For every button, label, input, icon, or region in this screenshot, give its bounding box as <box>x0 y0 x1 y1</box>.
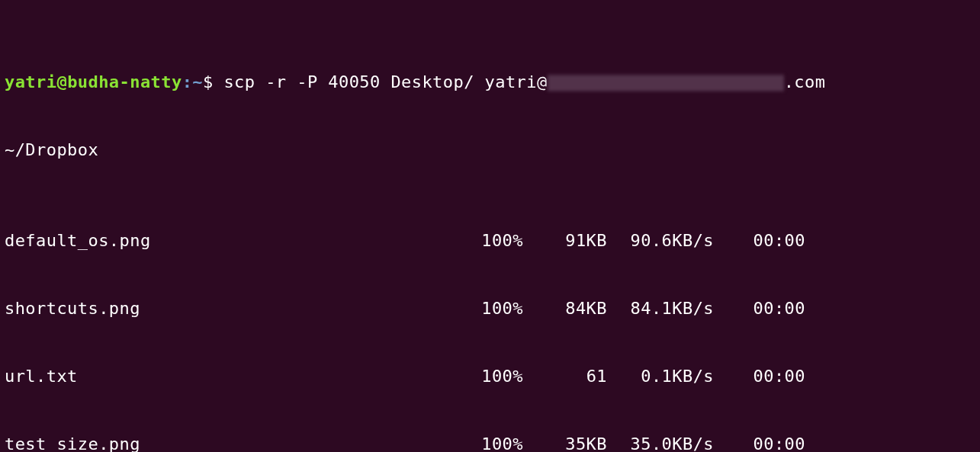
transfer-size: 35KB <box>523 433 607 452</box>
transfer-row: test size.png 100% 35KB 35.0KB/s 00:00 <box>5 433 975 452</box>
transfer-speed: 90.6KB/s <box>607 229 714 252</box>
transfer-filename: test size.png <box>5 433 462 452</box>
transfer-speed: 0.1KB/s <box>607 365 714 388</box>
transfer-filename: url.txt <box>5 365 462 388</box>
transfer-row: url.txt 100% 61 0.1KB/s 00:00 <box>5 365 975 388</box>
prompt-path: ~ <box>192 72 203 91</box>
transfer-percent: 100% <box>462 365 523 388</box>
prompt-user: yatri <box>5 72 56 91</box>
transfer-filename: shortcuts.png <box>5 297 462 320</box>
transfer-size: 91KB <box>523 229 607 252</box>
transfer-eta: 00:00 <box>714 229 805 252</box>
prompt-colon: : <box>182 72 193 91</box>
transfer-percent: 100% <box>462 433 523 452</box>
transfer-eta: 00:00 <box>714 433 805 452</box>
terminal[interactable]: yatri@budha-natty:~$ scp -r -P 40050 Des… <box>0 0 980 452</box>
transfer-speed: 84.1KB/s <box>607 297 714 320</box>
redacted-host <box>548 75 784 91</box>
command-continuation: ~/Dropbox <box>5 139 975 162</box>
transfer-eta: 00:00 <box>714 365 805 388</box>
prompt-at: @ <box>56 72 67 91</box>
transfer-size: 61 <box>523 365 607 388</box>
transfer-row: shortcuts.png 100% 84KB 84.1KB/s 00:00 <box>5 297 975 320</box>
transfer-row: default_os.png 100% 91KB 90.6KB/s 00:00 <box>5 229 975 252</box>
command-text: scp -r -P 40050 Desktop/ yatri@ <box>223 72 547 91</box>
transfer-eta: 00:00 <box>714 297 805 320</box>
prompt-symbol: $ <box>203 72 214 91</box>
transfer-speed: 35.0KB/s <box>607 433 714 452</box>
transfer-percent: 100% <box>462 297 523 320</box>
command-suffix: .com <box>784 72 826 91</box>
transfer-percent: 100% <box>462 229 523 252</box>
prompt-host: budha-natty <box>67 72 182 91</box>
prompt-line: yatri@budha-natty:~$ scp -r -P 40050 Des… <box>5 71 975 94</box>
transfer-size: 84KB <box>523 297 607 320</box>
transfer-filename: default_os.png <box>5 229 462 252</box>
